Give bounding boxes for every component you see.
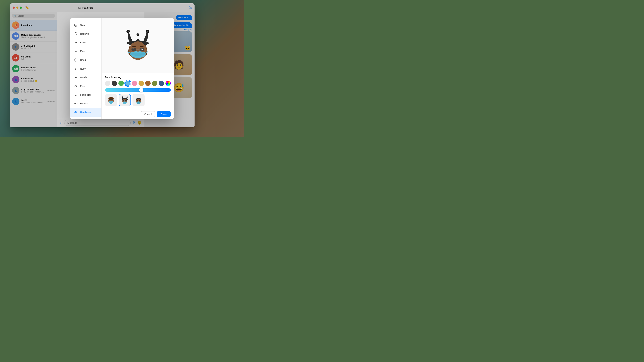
done-button[interactable]: Done xyxy=(157,111,171,117)
color-swatch-dark[interactable] xyxy=(112,81,117,86)
nose-label: Nose xyxy=(80,67,86,70)
color-swatch-gold[interactable] xyxy=(138,81,144,86)
color-swatch-lightblue[interactable] xyxy=(125,81,130,86)
ears-label: Ears xyxy=(80,85,85,87)
style-option-1[interactable] xyxy=(105,94,117,106)
memoji-preview-area xyxy=(102,18,174,73)
nav-item-head[interactable]: Head xyxy=(70,56,102,64)
svg-rect-39 xyxy=(123,100,124,101)
facial-hair-label: Facial Hair xyxy=(80,93,92,96)
nav-item-headwear[interactable]: Headwear xyxy=(70,108,102,117)
color-swatch-white[interactable] xyxy=(105,81,110,86)
svg-rect-10 xyxy=(74,103,76,104)
mouth-label: Mouth xyxy=(80,76,87,79)
headwear-label: Headwear xyxy=(80,111,91,114)
skin-icon xyxy=(74,23,78,27)
nav-item-hairstyle[interactable]: Hairstyle xyxy=(70,29,102,38)
eyewear-label: Eyewear xyxy=(80,102,89,105)
svg-point-45 xyxy=(137,100,138,101)
color-picker-row xyxy=(105,81,171,86)
svg-point-8 xyxy=(76,51,76,51)
modal-overlay: Skin Hairstyle xyxy=(0,0,244,137)
memoji-svg xyxy=(121,28,155,63)
color-swatch-pink[interactable] xyxy=(132,81,137,86)
svg-point-17 xyxy=(128,31,129,32)
memoji-editor-modal: Skin Hairstyle xyxy=(70,18,174,119)
svg-point-4 xyxy=(76,42,77,43)
headwear-icon xyxy=(74,110,78,115)
slider-thumb[interactable] xyxy=(139,88,144,92)
style-option-2[interactable] xyxy=(119,94,131,106)
skin-label: Skin xyxy=(80,24,85,26)
head-label: Head xyxy=(80,59,86,61)
svg-point-9 xyxy=(75,85,76,87)
mouth-icon xyxy=(74,75,78,80)
svg-rect-11 xyxy=(76,103,77,104)
nav-item-brows[interactable]: Brows xyxy=(70,38,102,47)
nav-item-eyewear[interactable]: Eyewear xyxy=(70,99,102,108)
color-swatch-navy[interactable] xyxy=(159,81,164,86)
svg-point-3 xyxy=(75,42,76,43)
svg-point-1 xyxy=(75,25,76,25)
color-swatch-olive[interactable] xyxy=(152,81,157,86)
color-swatch-green[interactable] xyxy=(118,81,124,86)
color-swatch-brown[interactable] xyxy=(145,81,150,86)
svg-rect-23 xyxy=(132,48,136,51)
style-options xyxy=(105,94,171,106)
ears-icon xyxy=(74,84,78,88)
svg-point-21 xyxy=(138,34,138,35)
brows-icon xyxy=(74,40,78,45)
style-option-3[interactable] xyxy=(132,94,144,106)
svg-point-26 xyxy=(132,48,134,49)
svg-point-36 xyxy=(122,96,123,97)
svg-point-0 xyxy=(74,24,77,26)
cancel-button[interactable]: Cancel xyxy=(141,111,155,117)
nav-item-skin[interactable]: Skin xyxy=(70,21,102,29)
nav-panel: Skin Hairstyle xyxy=(70,18,102,119)
nav-item-mouth[interactable]: Mouth xyxy=(70,73,102,82)
nav-item-eyes[interactable]: Eyes xyxy=(70,47,102,56)
editor-panel: Face Covering xyxy=(102,18,174,119)
svg-point-47 xyxy=(139,100,140,101)
facial-hair-icon xyxy=(74,92,78,97)
customization-section: Face Covering xyxy=(102,73,174,109)
nav-item-ears[interactable]: Ears xyxy=(70,82,102,90)
brows-label: Brows xyxy=(80,41,87,44)
svg-point-19 xyxy=(147,31,148,32)
color-swatch-multicolor[interactable] xyxy=(165,81,171,86)
nav-item-nose[interactable]: Nose xyxy=(70,64,102,73)
svg-point-7 xyxy=(75,51,76,51)
svg-rect-40 xyxy=(125,100,127,101)
color-slider[interactable] xyxy=(105,88,171,92)
section-title: Face Covering xyxy=(105,76,171,79)
modal-buttons: Cancel Done xyxy=(102,109,174,119)
head-icon xyxy=(74,58,78,62)
hairstyle-label: Hairstyle xyxy=(80,32,89,35)
nav-item-facial-hair[interactable]: Facial Hair xyxy=(70,90,102,99)
svg-point-30 xyxy=(137,50,139,52)
color-slider-row xyxy=(105,88,171,92)
svg-point-29 xyxy=(142,49,142,50)
nose-icon xyxy=(74,66,78,71)
hair-icon xyxy=(74,31,78,36)
eyewear-icon xyxy=(74,101,78,106)
eyes-icon xyxy=(74,49,78,54)
eyes-label: Eyes xyxy=(80,50,85,53)
svg-point-37 xyxy=(126,96,128,97)
svg-point-2 xyxy=(76,25,76,25)
